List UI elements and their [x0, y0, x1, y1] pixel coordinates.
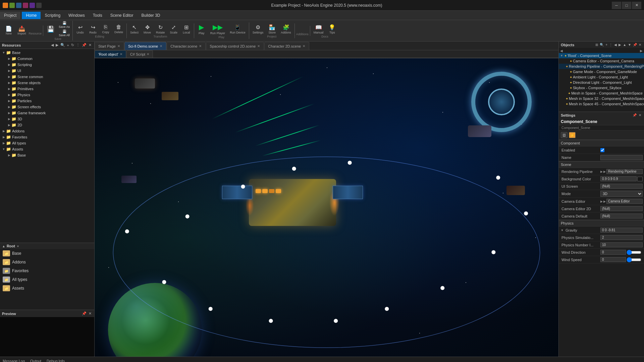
settings-input-pipeline[interactable]	[606, 169, 643, 174]
toolbar-tips-button[interactable]: 💡 Tips	[326, 23, 338, 35]
menu-scene-editor[interactable]: Scene Editor	[106, 12, 138, 19]
tab-close-character-2d[interactable]: ✕	[302, 44, 306, 48]
tree-item-physics[interactable]: ▶ 📁 Physics	[0, 92, 94, 98]
tree-item-game-framework[interactable]: ▶ 📁 Game framework	[0, 110, 94, 116]
subtab-close-csharp-script[interactable]: ✕	[147, 52, 149, 56]
toolbar-run-device-button[interactable]: 📱 Run Device	[228, 22, 248, 36]
resources-nav-back[interactable]: ◀	[50, 43, 54, 48]
toolbar-redo-button[interactable]: ↪ Redo	[87, 23, 99, 35]
obj-item-ambient-light[interactable]: ✦ Ambient Light - Component_Light	[559, 74, 644, 80]
settings-pin[interactable]: 📌	[632, 113, 637, 117]
objects-btn-down[interactable]: ▼	[627, 43, 632, 47]
objects-btn-up[interactable]: ▲	[622, 43, 627, 47]
settings-input-bg-color[interactable]	[600, 176, 637, 181]
objects-nav-1[interactable]: ◀	[613, 43, 618, 47]
settings-input-ui-screen[interactable]	[600, 184, 643, 189]
objects-nav-2[interactable]: ▶	[618, 43, 622, 47]
subtab-close-root-object[interactable]: ✕	[120, 52, 122, 56]
objects-close[interactable]: ✕	[638, 43, 642, 47]
pipeline-arrow[interactable]: ▶	[600, 170, 603, 173]
tree-item-scripting[interactable]: ▶ 📁 Scripting	[0, 62, 94, 68]
resources-refresh[interactable]: ↻	[70, 43, 75, 48]
settings-slider-wind-direction[interactable]	[627, 250, 641, 255]
close-button[interactable]: ✕	[632, 2, 641, 9]
tree-item-ui[interactable]: ▶ 📁 UI	[0, 68, 94, 74]
obj-item-camera-editor[interactable]: ✦ Camera Editor - Component_Camera	[559, 58, 644, 64]
settings-input-physics-simul[interactable]	[600, 235, 643, 240]
tab-spaceship-2d[interactable]: Spaceship control 2D.scene ✕	[206, 42, 264, 50]
settings-input-gravity[interactable]	[600, 228, 643, 233]
status-message-log[interactable]: Message Log	[3, 359, 25, 362]
toolbar-undo-button[interactable]: ↩ Undo	[74, 23, 86, 35]
objects-btn-1[interactable]: ⊞	[595, 43, 599, 47]
settings-input-wind-direction[interactable]	[600, 250, 626, 255]
settings-select-mode[interactable]: 3D 2D	[600, 191, 643, 197]
obj-item-rendering-pipeline[interactable]: ✦ Rendering Pipeline - Component_Renderi…	[559, 64, 644, 69]
camera-arrow[interactable]: ▶	[600, 200, 603, 203]
maximize-button[interactable]: □	[622, 2, 631, 9]
tab-close-start-page[interactable]: ✕	[117, 44, 120, 48]
tab-close-scifi-demo[interactable]: ✕	[159, 44, 163, 48]
obj-item-game-mode[interactable]: ✦ Game Mode - Component_GameMode	[559, 69, 644, 74]
menu-tools[interactable]: Tools	[89, 12, 106, 19]
tab-scifi-demo[interactable]: Sci-fi Demo.scene ✕	[124, 42, 166, 50]
settings-checkbox-enabled[interactable]	[600, 148, 604, 152]
objects-btn-3[interactable]: +	[605, 43, 608, 47]
toolbar-manual-button[interactable]: 📖 Manual	[312, 23, 326, 35]
minimize-button[interactable]: ─	[612, 2, 621, 9]
resources-pin[interactable]: 📌	[81, 43, 87, 48]
tree-item-common[interactable]: ▶ 📁 Common	[0, 56, 94, 62]
preview-close[interactable]: ✕	[88, 311, 92, 316]
tree-item-scene-objects[interactable]: ▶ 📁 Scene objects	[0, 80, 94, 86]
menu-windows[interactable]: Windows	[64, 12, 89, 19]
obj-item-directional-light[interactable]: ✦ Directional Light - Component_Light	[559, 80, 644, 85]
toolbar-save-all-button[interactable]: 💾 Save All	[57, 29, 71, 37]
root-dropdown-arrow[interactable]: ▾	[17, 244, 19, 248]
tree-item-screen-effects[interactable]: ▶ 📁 Screen effects	[0, 104, 94, 110]
subtab-csharp-script[interactable]: C# Script ✕	[126, 50, 153, 58]
obj-item-skybox[interactable]: ✦ Skybox - Component_Skybox	[559, 85, 644, 90]
tree-item-all-types[interactable]: ▶ 📁 All types	[0, 140, 94, 146]
toolbar-import-button[interactable]: 📥 Import	[15, 25, 28, 36]
obj-item-mesh-space[interactable]: ✦ Mesh in Space - Component_MeshInSpace	[559, 90, 644, 96]
tree-item-addons[interactable]: ▶ 📁 Addons	[0, 128, 94, 134]
tree-item-base-asset[interactable]: ▶ 📁 Base	[0, 152, 94, 158]
tree-item-scene-common[interactable]: ▶ 📁 Scene common	[0, 74, 94, 80]
objects-pin[interactable]: 📌	[632, 43, 638, 47]
root-item-assets[interactable]: 📁 Assets	[0, 284, 94, 293]
pipeline-arrow-2[interactable]: ▶	[603, 170, 606, 173]
resources-close[interactable]: ✕	[88, 43, 92, 48]
menu-home[interactable]: Home	[22, 12, 41, 19]
obj-item-root-scene[interactable]: ▼ ✦ 'Root' - Component_Scene	[559, 53, 644, 58]
toolbar-save-button[interactable]: 💾	[45, 21, 57, 37]
resources-nav-fwd[interactable]: ▶	[55, 43, 59, 48]
settings-input-camera[interactable]	[606, 199, 643, 204]
obj-item-mesh-32[interactable]: ✦ Mesh in Space 32 - Component_MeshInSpa…	[559, 96, 644, 101]
settings-close[interactable]: ✕	[638, 113, 642, 117]
toolbar-play-button[interactable]: ▶ Play	[196, 22, 208, 36]
tree-item-2d[interactable]: ▶ 📁 2D	[0, 122, 94, 128]
settings-input-wind-speed[interactable]	[600, 257, 626, 262]
tree-item-primitives[interactable]: ▶ 📁 Primitives	[0, 86, 94, 92]
resources-add[interactable]: +	[66, 43, 70, 48]
subtab-root-object[interactable]: 'Root object' ✕	[95, 50, 126, 58]
obj-item-mesh-45[interactable]: ✦ Mesh in Space 45 - Component_MeshInSpa…	[559, 101, 644, 107]
viewport[interactable]	[95, 58, 558, 357]
root-item-favorites[interactable]: 📁 Favorites	[0, 266, 94, 275]
root-item-base[interactable]: 📁 Base	[0, 249, 94, 258]
tab-start-page[interactable]: Start Page ✕	[95, 42, 124, 50]
menu-builder-3d[interactable]: Builder 3D	[137, 12, 164, 19]
tree-item-assets[interactable]: ▼ 📁 Assets	[0, 146, 94, 152]
tab-character-2d[interactable]: Character 2D.scene ✕	[264, 42, 309, 50]
status-output[interactable]: Output	[30, 359, 41, 362]
objects-btn-2[interactable]: 🔍	[599, 43, 604, 47]
toolbar-local-button[interactable]: ⊞ Local	[180, 23, 193, 35]
resources-more[interactable]: ⋮	[75, 43, 80, 48]
settings-icon-lightning[interactable]: ⚡	[569, 132, 576, 138]
toolbar-rotate-button[interactable]: ↻ Rotate	[154, 23, 167, 35]
settings-icon-photo[interactable]: 🖼	[561, 132, 568, 138]
tab-character-scene[interactable]: Character.scene ✕	[167, 42, 206, 50]
status-debug-info[interactable]: Debug Info	[47, 359, 65, 362]
toolbar-scale-button[interactable]: ⤢ Scale	[168, 23, 180, 35]
settings-input-camera-default[interactable]	[600, 214, 643, 219]
